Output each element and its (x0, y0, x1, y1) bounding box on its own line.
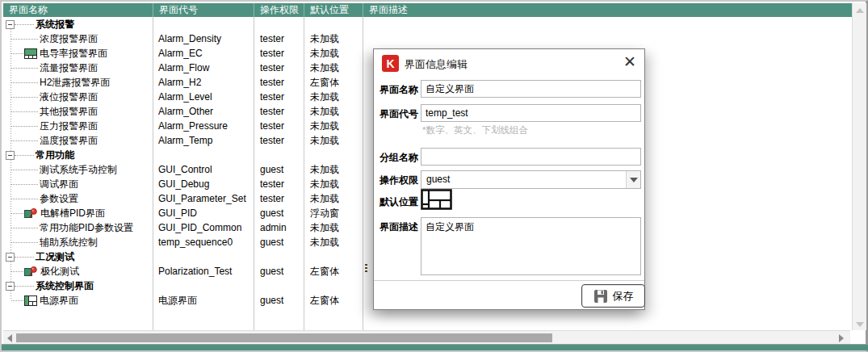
vertical-scrollbar[interactable] (852, 3, 866, 330)
row-position-cell: 左窗体 (304, 294, 363, 308)
row-name-label: H2泄露报警界面 (40, 76, 110, 90)
row-permission-cell: tester (254, 48, 304, 59)
row-permission-cell: tester (254, 33, 304, 44)
row-name-label: 压力报警界面 (40, 119, 98, 133)
save-button-label: 保存 (613, 289, 634, 304)
row-position-cell: 左窗体 (304, 265, 363, 279)
code-hint-text: *数字、英文、下划线组合 (422, 124, 528, 136)
row-name-label: 液位报警界面 (40, 90, 98, 104)
default-position-layout-icon[interactable] (421, 189, 453, 214)
tree-branch-line (11, 242, 38, 243)
row-code-cell: Alarm_Other (153, 106, 254, 117)
row-permission-cell: tester (254, 91, 304, 103)
occluded-text-fragment (365, 264, 367, 274)
tree-collapse-icon[interactable] (6, 151, 15, 160)
tree-branch-line (11, 228, 38, 228)
row-permission-cell: guest (254, 207, 304, 219)
row-code-cell: Polarization_Test (153, 266, 254, 277)
column-header-permission[interactable]: 操作权限 (254, 3, 304, 17)
row-code-cell: GUI_Parameter_Set (153, 193, 254, 204)
row-name-label: 极化测试 (40, 265, 79, 279)
description-field-label: 界面描述 (379, 220, 418, 234)
row-code-cell: Alarm_Density (153, 33, 254, 44)
row-name-label: 流量报警界面 (40, 61, 98, 75)
group-field-label: 分组名称 (379, 151, 418, 165)
tree-collapse-icon[interactable] (6, 253, 15, 262)
tree-branch-line (15, 24, 34, 25)
row-name-label: 系统报警 (36, 18, 74, 31)
svg-text:K: K (386, 57, 394, 70)
horizontal-scrollbar-thumb[interactable] (16, 333, 552, 342)
scroll-right-arrow-icon[interactable] (839, 334, 844, 342)
tree-branch-line (11, 39, 38, 40)
row-permission-cell: tester (254, 106, 304, 117)
tree-group-row[interactable]: 系统报警 (3, 17, 849, 31)
name-field[interactable] (421, 80, 641, 98)
code-field-label: 界面代号 (379, 107, 418, 121)
dropdown-button[interactable] (626, 171, 640, 188)
row-permission-cell: tester (254, 193, 304, 204)
scroll-up-arrow-icon[interactable] (856, 8, 864, 13)
row-name-label: 常用功能 (36, 149, 74, 162)
row-name-label: 电导率报警界面 (40, 47, 107, 61)
tree-branch-line (11, 271, 23, 272)
row-name-label: 参数设置 (40, 192, 78, 206)
description-field[interactable]: 自定义界面 (421, 217, 641, 275)
bottom-status-strip (2, 344, 868, 350)
name-field-label: 界面名称 (379, 83, 418, 97)
row-permission-cell: tester (254, 135, 304, 146)
row-name-label: 电源界面 (40, 294, 78, 308)
row-code-cell: Alarm_Flow (153, 62, 254, 73)
row-name-label: 测试系统手动控制 (40, 163, 117, 177)
row-position-cell: 未加载 (304, 105, 363, 119)
row-name-label: 电解槽PID界面 (40, 207, 105, 220)
close-icon[interactable]: ✕ (623, 53, 636, 71)
row-position-cell: 浮动窗 (304, 207, 363, 220)
tree-collapse-icon[interactable] (6, 20, 15, 29)
column-header-description[interactable]: 界面描述 (363, 3, 852, 17)
code-field[interactable] (421, 104, 641, 122)
column-header-name[interactable]: 界面名称 (3, 3, 153, 17)
row-code-cell: temp_sequence0 (153, 237, 254, 248)
group-field[interactable] (421, 148, 641, 166)
tree-branch-line (15, 257, 34, 258)
row-position-cell: 未加载 (304, 192, 363, 206)
permission-dropdown[interactable]: guest (421, 170, 641, 189)
scroll-down-arrow-icon[interactable] (856, 322, 864, 327)
tree-branch-line (11, 97, 38, 98)
horizontal-scrollbar[interactable] (3, 330, 850, 345)
position-field-label: 默认位置 (379, 195, 418, 209)
row-permission-cell: guest (254, 266, 304, 277)
scroll-left-arrow-icon[interactable] (7, 334, 12, 342)
tree-branch-line (11, 300, 23, 301)
tree-collapse-icon[interactable] (6, 282, 15, 291)
row-code-cell: Alarm_Level (153, 91, 254, 103)
tree-branch-line (15, 155, 34, 156)
row-permission-cell: admin (254, 222, 304, 233)
column-header-code[interactable]: 界面代号 (153, 3, 254, 17)
column-header-position[interactable]: 默认位置 (304, 3, 363, 17)
row-permission-cell: tester (254, 77, 304, 88)
tree-branch-line (11, 213, 23, 214)
row-position-cell: 未加载 (304, 134, 363, 148)
pinned-window-icon (24, 266, 38, 277)
row-permission-cell: tester (254, 178, 304, 190)
dialog-titlebar[interactable]: K 界面信息编辑 ✕ (374, 49, 644, 77)
row-position-cell: 未加载 (304, 119, 363, 133)
row-position-cell: 未加载 (304, 221, 363, 235)
tree-branch-line (11, 68, 38, 69)
row-name-label: 其他报警界面 (40, 105, 98, 119)
table-row[interactable]: 浓度报警界面Alarm_Densitytester未加载 (3, 31, 849, 46)
permission-selected-value: guest (426, 174, 450, 185)
row-permission-cell: guest (254, 237, 304, 248)
row-permission-cell: guest (254, 164, 304, 175)
app-logo-icon: K (382, 55, 399, 75)
row-position-cell: 未加载 (304, 32, 363, 46)
row-name-label: 浓度报警界面 (40, 32, 98, 46)
row-permission-cell: tester (254, 62, 304, 73)
dialog-footer-divider (374, 280, 644, 281)
row-position-cell: 左窗体 (304, 76, 363, 90)
window-grid-icon (24, 48, 37, 59)
tree-branch-line (15, 286, 34, 287)
save-button[interactable]: 保存 (581, 284, 645, 308)
